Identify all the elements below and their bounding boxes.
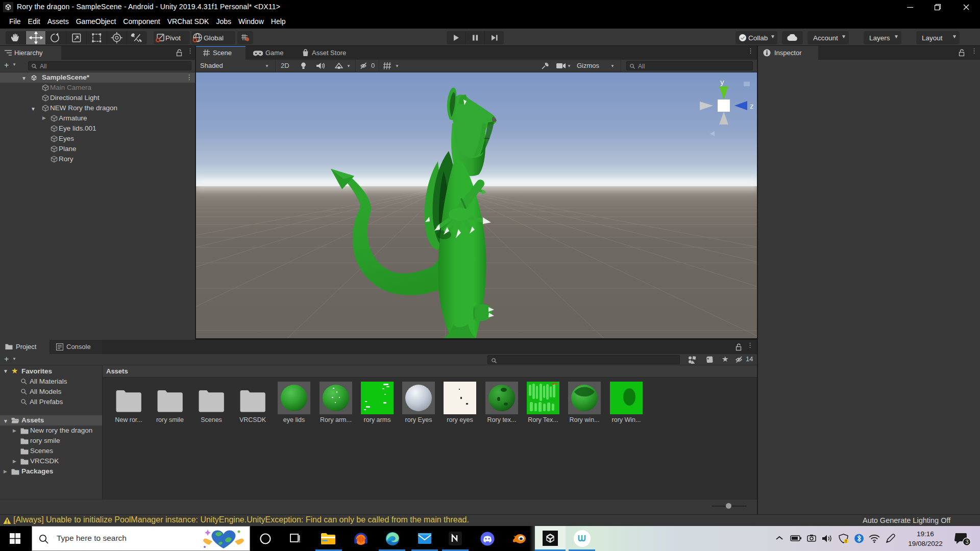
svg-text:z: z	[750, 102, 754, 110]
svg-text:y: y	[720, 78, 724, 86]
svg-text:3: 3	[965, 539, 968, 545]
